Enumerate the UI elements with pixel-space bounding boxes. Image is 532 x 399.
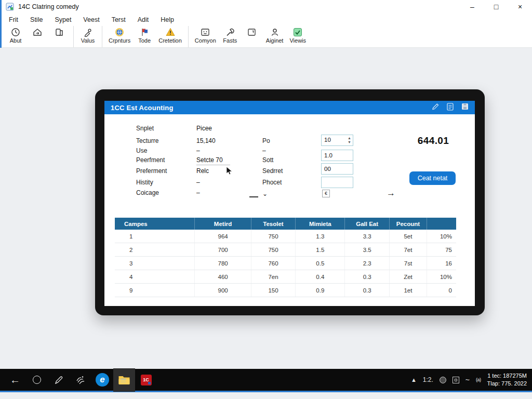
back-button[interactable]: ← [4, 368, 26, 392]
toolbar-group-views: Comyon Fasts Aiginet [189, 26, 312, 47]
col-header[interactable]: Mimieta [296, 218, 345, 230]
cell: 0.5 [296, 257, 345, 270]
col-header[interactable]: Campes [115, 218, 195, 230]
col-header[interactable]: Tesolet [251, 218, 296, 230]
taskbar: ← e 1C ▲ 1:2. ~ (a) 1 tec: 187275M Tlap: [0, 369, 532, 392]
spinner-icon[interactable]: ▲▼ [348, 136, 351, 144]
toolbar-button-tode[interactable]: Tode [137, 27, 152, 47]
pencil-icon[interactable] [432, 103, 439, 112]
toolbar-button-crpnturs[interactable]: Crpnturs [109, 27, 130, 47]
tray-expand-icon[interactable]: ▲ [411, 377, 417, 383]
toolbar-button-comyon[interactable]: Comyon [195, 27, 216, 47]
toolbar-label: Cretetion [158, 37, 182, 44]
toolbar-button-home[interactable] [30, 27, 45, 47]
tray-window-icon[interactable] [453, 377, 459, 383]
back-arrow-icon: ← [10, 374, 20, 386]
document-icon[interactable] [447, 103, 454, 113]
cell: 16 [427, 257, 456, 270]
menu-item-frit[interactable]: Frit [9, 16, 18, 23]
menu-item-stile[interactable]: Stile [30, 16, 43, 23]
toolbar-button-viewis[interactable]: Viewis [289, 27, 306, 47]
cell: 1et [390, 284, 427, 297]
cell: 1.3 [296, 230, 345, 243]
toolbar-button-window2[interactable] [244, 27, 260, 47]
total-amount: 644.01 [405, 135, 462, 147]
menu-item-adit[interactable]: Adit [138, 16, 149, 23]
home-icon [32, 27, 43, 37]
maximize-button[interactable]: □ [484, 0, 508, 14]
cell: 0.9 [296, 284, 345, 297]
toolbar-label: Aiginet [266, 37, 284, 44]
toolbar-button-valus[interactable]: Valus [80, 27, 96, 47]
cell: 10% [427, 230, 456, 243]
cell: 1 [115, 230, 195, 243]
amount1-input[interactable] [321, 150, 353, 161]
app-title: 1CC Est Acounting [111, 104, 174, 112]
cell: 7st [390, 257, 427, 270]
col-header[interactable]: Gall Eat [345, 218, 389, 230]
gesture-button[interactable] [70, 368, 91, 392]
field-value: Picee [196, 125, 212, 132]
menu-item-terst[interactable]: Terst [112, 16, 126, 23]
brush-icon [83, 27, 92, 37]
menu-item-veest[interactable]: Veest [83, 16, 99, 23]
volume-icon[interactable] [440, 377, 446, 383]
cell: 10% [427, 270, 456, 283]
table-row[interactable]: 2 700 750 1.5 3.5 7et 75 [115, 243, 456, 257]
minimize-button[interactable]: – [460, 0, 484, 14]
taskbar-left: ← e 1C [0, 368, 157, 392]
col-header[interactable]: Metird [195, 218, 251, 230]
toolbar-button-pages[interactable] [51, 27, 67, 47]
clock-line2: Tlap: 775. 2022 [487, 380, 527, 387]
col-header[interactable]: Pecount [390, 218, 427, 230]
close-button[interactable]: × [508, 0, 532, 14]
accounting-app-button[interactable]: 1C [135, 368, 157, 392]
window-chrome: 14C Clatring comedy – □ × Frit Stile Syp… [0, 0, 532, 48]
field-label: Coicage [136, 189, 159, 196]
po-dropdown[interactable]: 10 ▲▼ [321, 135, 353, 146]
toolbar-button-aiginet[interactable]: Aiginet [266, 27, 284, 47]
cell: 2.3 [345, 257, 389, 270]
euro-button[interactable]: € [322, 190, 330, 197]
toolbar-label: Abut [10, 37, 22, 44]
pen-button[interactable] [48, 368, 70, 392]
field-value: – [196, 189, 200, 196]
amount3-input[interactable] [321, 177, 353, 188]
app-window: 1CC Est Acounting Snplet Picee [104, 101, 475, 306]
flag-icon [140, 27, 149, 37]
edge-button[interactable]: e [91, 368, 113, 392]
search-button[interactable] [26, 368, 48, 392]
amount2-input[interactable] [321, 163, 353, 175]
window-note-icon [247, 27, 257, 37]
mouse-cursor [226, 166, 233, 177]
cell: 150 [251, 284, 296, 297]
cell: 900 [195, 284, 251, 297]
save-icon[interactable] [461, 103, 469, 112]
field-label: Use [136, 147, 147, 154]
hand-gesture-icon [75, 375, 86, 384]
clock[interactable]: 1 tec: 187275M Tlap: 775. 2022 [487, 372, 527, 388]
table-row[interactable]: 3 780 760 0.5 2.3 7st 16 [115, 257, 456, 270]
cell: 7et [390, 243, 427, 256]
person-icon [270, 27, 280, 37]
menu-item-sypet[interactable]: Sypet [55, 16, 71, 23]
cell: 0.3 [345, 284, 389, 297]
arrow-right-icon[interactable]: → [387, 188, 395, 198]
cell: 3 [115, 257, 195, 270]
folder-button[interactable] [113, 368, 135, 392]
table-row[interactable]: 4 460 7en 0.4 0.3 Zet 10% [115, 270, 456, 284]
tray-counter[interactable]: 1:2. [423, 376, 433, 383]
cell: 0 [427, 284, 456, 297]
toolbar-button-cretetion[interactable]: Cretetion [158, 27, 182, 47]
table-row[interactable]: 9 900 150 0.9 0.3 1et 0 [115, 284, 456, 297]
network-icon[interactable]: ~ [466, 376, 470, 384]
submit-button[interactable]: Ceat netat [409, 171, 456, 185]
field-value: – [196, 179, 200, 186]
toolbar-button-abut[interactable]: Abut [8, 27, 23, 47]
col-header[interactable] [427, 218, 456, 230]
language-indicator[interactable]: (a) [476, 377, 481, 382]
menu-item-help[interactable]: Help [161, 16, 174, 23]
table-row[interactable]: 1 964 750 1.3 3.3 5et 10% [115, 230, 456, 243]
toolbar-button-fasts[interactable]: Fasts [222, 27, 238, 47]
field-value-link[interactable]: Setcte 70 [196, 156, 230, 165]
